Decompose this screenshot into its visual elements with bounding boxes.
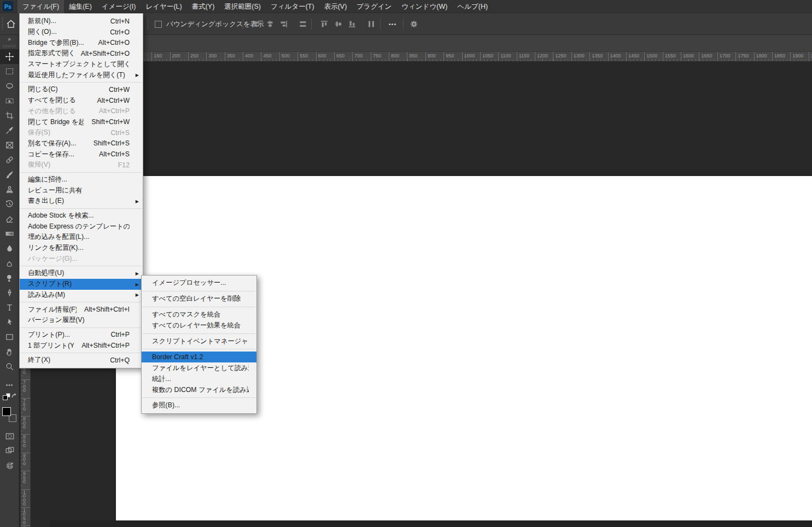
photoshop-window: 1502002503003504004505005506006507007508… (0, 0, 812, 527)
hand-tool[interactable] (0, 344, 19, 359)
marquee-tool[interactable] (0, 64, 19, 79)
foreground-color-swatch[interactable] (2, 407, 11, 416)
workspace-gear-icon[interactable] (407, 17, 421, 31)
clone-stamp-tool[interactable] (0, 182, 19, 197)
align-bottom-icon[interactable] (345, 17, 359, 31)
generative-share-icon[interactable] (0, 459, 19, 472)
file-menu-item[interactable]: ファイル情報(F)...Alt+Shift+Ctrl+I (20, 304, 143, 315)
menubar-item[interactable]: ウィンドウ(W) (396, 0, 452, 13)
crop-tool[interactable] (0, 108, 19, 123)
menubar-item[interactable]: イメージ(I) (97, 0, 141, 13)
file-menu-item[interactable]: 最近使用したファイルを開く(T)▶ (20, 69, 143, 80)
eraser-tool[interactable] (0, 212, 19, 226)
file-menu-item[interactable]: 埋め込みを配置(L)... (20, 232, 143, 243)
horizontal-ruler[interactable]: 1502002503003504004505005506006507007508… (31, 52, 812, 61)
scripts-submenu-item[interactable]: イメージプロセッサー... (142, 278, 256, 289)
zoom-tool[interactable] (0, 359, 19, 374)
menubar-item[interactable]: レイヤー(L) (141, 0, 187, 13)
scripts-submenu-item[interactable]: スクリプトイベントマネージャー... (142, 336, 256, 347)
file-menu-item[interactable]: レビュー用に共有 (20, 185, 143, 196)
file-menu-item[interactable]: Adobe Stock を検索... (20, 210, 143, 221)
menubar-item[interactable]: 表示(V) (319, 0, 352, 13)
menubar-item[interactable]: フィルター(T) (266, 0, 319, 13)
rectangle-tool[interactable] (0, 330, 19, 344)
toolbar-collapse-button[interactable]: » (0, 36, 19, 44)
file-menu-item[interactable]: 開く(O)...Ctrl+O (20, 27, 143, 38)
align-top-icon[interactable] (317, 17, 331, 31)
file-menu-item[interactable]: 編集に招待... (20, 174, 143, 185)
distribute-vertical-icon[interactable] (364, 17, 378, 31)
more-options-icon[interactable]: ••• (384, 17, 401, 31)
file-menu-item[interactable]: すべてを閉じるAlt+Ctrl+W (20, 95, 143, 106)
path-selection-tool[interactable] (0, 315, 19, 330)
file-menu-item[interactable]: 閉じて Bridge を起動...Shift+Ctrl+W (20, 116, 143, 127)
brush-tool[interactable] (0, 167, 19, 182)
swap-colors-icon[interactable] (11, 392, 19, 400)
align-left-icon[interactable] (249, 17, 262, 31)
object-selection-tool[interactable] (0, 93, 19, 108)
distribute-horizontal-icon[interactable] (296, 17, 309, 31)
scripts-submenu-item[interactable]: 参照(B)... (142, 400, 256, 411)
file-menu-item[interactable]: 読み込み(M)▶ (20, 290, 143, 301)
healing-brush-tool[interactable] (0, 153, 19, 167)
align-middle-vertical-icon[interactable] (331, 17, 345, 31)
gradient-tool[interactable] (0, 226, 19, 241)
eyedropper-tool[interactable] (0, 123, 19, 138)
quick-mask-icon[interactable] (0, 430, 19, 443)
file-menu-item[interactable]: スマートオブジェクトとして開く... (20, 59, 143, 70)
file-menu-item[interactable]: 自動処理(U)▶ (20, 268, 143, 279)
menu-separator (20, 266, 142, 266)
menubar-item[interactable]: ファイル(F) (17, 0, 64, 13)
file-menu-item[interactable]: コピーを保存...Alt+Ctrl+S (20, 149, 143, 160)
home-icon[interactable] (4, 17, 17, 31)
menubar-item[interactable]: 書式(Y) (187, 0, 220, 13)
menubar-item[interactable]: 編集(E) (64, 0, 97, 13)
file-menu-item-scripts[interactable]: スクリプト(R)▶ (20, 279, 143, 290)
file-menu-item[interactable]: 閉じる(C)Ctrl+W (20, 84, 143, 95)
more-tools-icon[interactable]: ••• (0, 380, 19, 389)
bounding-box-toggle[interactable]: バウンディングボックスを表示 (155, 13, 264, 35)
pen-tool[interactable] (0, 285, 19, 300)
file-menu-item[interactable]: バージョン履歴(V) (20, 315, 143, 326)
menubar-item[interactable]: プラグイン (352, 0, 396, 13)
file-menu-item[interactable]: Adobe Express のテンプレートの検索... (20, 221, 143, 232)
smudge-tool[interactable] (0, 256, 19, 271)
file-menu-item[interactable]: リンクを配置(K)... (20, 243, 143, 254)
ruler-tick-label: 1400 (608, 52, 621, 61)
scripts-submenu-item[interactable]: すべてのマスクを統合 (142, 309, 256, 320)
scripts-submenu-item-border-craft[interactable]: Border Craft v1.2 (142, 352, 256, 362)
file-menu-item[interactable]: 指定形式で開く...Alt+Shift+Ctrl+O (20, 48, 143, 59)
menubar-item[interactable]: ヘルプ(H) (452, 0, 493, 13)
lasso-tool[interactable] (0, 79, 19, 93)
blur-tool[interactable] (0, 241, 19, 256)
frame-tool[interactable] (0, 138, 19, 153)
menu-item-label: パッケージ(G)... (28, 254, 78, 264)
menubar-item[interactable]: 選択範囲(S) (219, 0, 266, 13)
file-menu-item[interactable]: 終了(X)Ctrl+Q (20, 355, 143, 366)
align-right-icon[interactable] (277, 17, 290, 31)
toolbar-grip[interactable] (3, 45, 15, 48)
scripts-submenu-item[interactable]: 複数の DICOM ファイルを読み込み... (142, 384, 256, 395)
options-bar-grip[interactable] (2, 17, 3, 31)
default-colors-icon[interactable] (3, 393, 11, 401)
separator (148, 19, 148, 30)
screen-mode-icon[interactable] (0, 444, 19, 457)
type-tool[interactable] (0, 300, 19, 315)
align-center-horizontal-icon[interactable] (263, 17, 277, 31)
file-menu-item[interactable]: Bridge で参照(B)...Alt+Ctrl+O (20, 37, 143, 48)
menu-separator (20, 172, 142, 173)
ruler-tick-label: 250 (188, 52, 198, 61)
scripts-submenu-item[interactable]: すべての空白レイヤーを削除 (142, 294, 256, 305)
history-brush-tool[interactable] (0, 197, 19, 212)
dodge-tool[interactable] (0, 271, 19, 285)
move-tool[interactable] (0, 49, 19, 64)
bounding-box-checkbox[interactable] (155, 21, 162, 28)
file-menu-item[interactable]: 書き出し(E)▶ (20, 196, 143, 207)
file-menu-item[interactable]: 新規(N)...Ctrl+N (20, 16, 143, 27)
scripts-submenu-item[interactable]: ファイルをレイヤーとして読み込み... (142, 362, 256, 373)
scripts-submenu-item[interactable]: すべてのレイヤー効果を統合 (142, 320, 256, 331)
file-menu-item[interactable]: プリント(P)...Ctrl+P (20, 330, 143, 341)
scripts-submenu-item[interactable]: 統計... (142, 373, 256, 384)
file-menu-item[interactable]: 別名で保存(A)...Shift+Ctrl+S (20, 138, 143, 149)
file-menu-item[interactable]: 1 部プリント(Y)Alt+Shift+Ctrl+P (20, 340, 143, 351)
